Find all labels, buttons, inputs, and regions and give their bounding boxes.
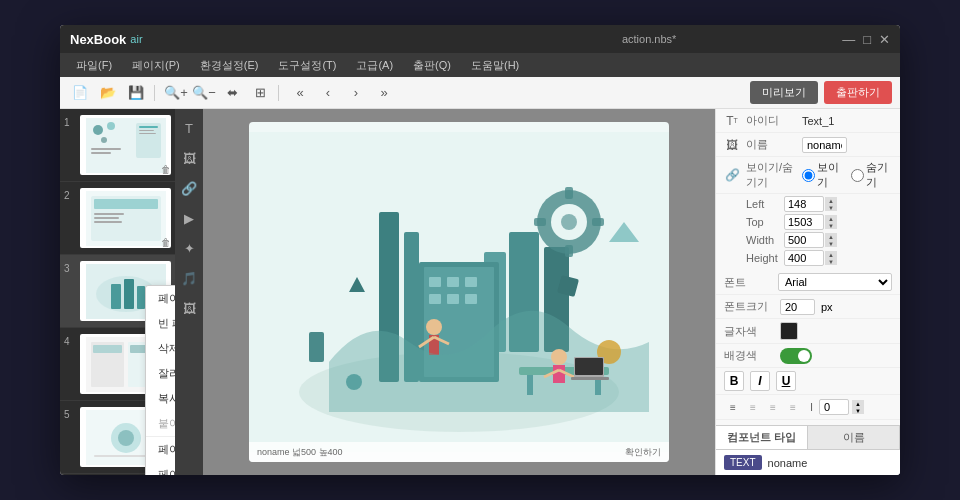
fit-width-button[interactable]: ⬌ <box>220 81 244 105</box>
ctx-delete[interactable]: 삭제하기 <box>146 336 175 361</box>
delete-page-1-icon[interactable]: 🗑 <box>161 164 171 175</box>
menu-tools[interactable]: 도구설정(T) <box>270 56 344 75</box>
publish-button[interactable]: 출판하기 <box>824 81 892 104</box>
top-input[interactable] <box>784 214 824 230</box>
link-tool-icon[interactable]: 🔗 <box>178 177 200 199</box>
embed-tool-icon[interactable]: 🖼 <box>178 297 200 319</box>
width-down-button[interactable]: ▼ <box>825 240 837 247</box>
name-input[interactable] <box>802 137 847 153</box>
zoom-out-button[interactable]: 🔍− <box>192 81 216 105</box>
ctx-replace[interactable]: 페이지 교체 <box>146 462 175 475</box>
component-tab: 컴포넌트 타입 이름 TEXT noname <box>716 425 900 475</box>
left-input[interactable] <box>784 196 824 212</box>
svg-point-28 <box>118 430 134 446</box>
menu-publish[interactable]: 출판(Q) <box>405 56 459 75</box>
page-item-3[interactable]: 3 페이지 추가 빈 페이지 추가 삭제하기 잘라내기 <box>60 255 175 328</box>
video-tool-icon[interactable]: ▶ <box>178 207 200 229</box>
fit-page-button[interactable]: ⊞ <box>248 81 272 105</box>
bold-button[interactable]: B <box>724 371 744 391</box>
page-item-1[interactable]: 1 🗑 <box>60 109 175 182</box>
zoom-in-button[interactable]: 🔍+ <box>164 81 188 105</box>
media-tool-icon[interactable]: 🎵 <box>178 267 200 289</box>
canvas-info-right: 확인하기 <box>625 446 661 459</box>
tab-component-type[interactable]: 컴포넌트 타입 <box>716 426 808 449</box>
right-panel: TT 아이디 Text_1 🖼 이름 🔗 보이기/숨기기 보이기 <box>715 109 900 475</box>
menu-advanced[interactable]: 고급(A) <box>348 56 401 75</box>
ctx-paste[interactable]: 붙여넣기 <box>146 411 175 436</box>
svg-rect-46 <box>447 294 459 304</box>
page-number-4: 4 <box>64 334 76 347</box>
ctx-cut[interactable]: 잘라내기 <box>146 361 175 386</box>
top-up-button[interactable]: ▲ <box>825 215 837 222</box>
next-button[interactable]: › <box>344 81 368 105</box>
svg-rect-13 <box>94 213 124 215</box>
page-item-2[interactable]: 2 🗑 <box>60 182 175 255</box>
id-value: Text_1 <box>802 115 892 127</box>
tab-name[interactable]: 이름 <box>808 426 900 449</box>
font-select[interactable]: Arial <box>778 273 892 291</box>
minimize-button[interactable]: — <box>842 32 855 47</box>
maximize-button[interactable]: □ <box>863 32 871 47</box>
svg-rect-44 <box>465 277 477 287</box>
image-tool-icon[interactable]: 🖼 <box>178 147 200 169</box>
width-up-button[interactable]: ▲ <box>825 233 837 240</box>
spacing-up-button[interactable]: ▲ <box>852 400 864 407</box>
svg-rect-76 <box>571 377 609 380</box>
underline-button[interactable]: U <box>776 371 796 391</box>
height-stepper: ▲ ▼ <box>825 251 837 265</box>
left-up-button[interactable]: ▲ <box>825 197 837 204</box>
page-number-3: 3 <box>64 261 76 274</box>
text-color-picker[interactable] <box>780 322 798 340</box>
animation-tool-icon[interactable]: ✦ <box>178 237 200 259</box>
close-button[interactable]: ✕ <box>879 32 890 47</box>
next-next-button[interactable]: » <box>372 81 396 105</box>
bg-color-toggle[interactable] <box>780 348 812 364</box>
align-center-button[interactable]: ≡ <box>744 398 762 416</box>
menu-help[interactable]: 도움말(H) <box>463 56 527 75</box>
text-tool-icon[interactable]: T <box>178 117 200 139</box>
top-down-button[interactable]: ▼ <box>825 222 837 229</box>
spacing-down-button[interactable]: ▼ <box>852 407 864 414</box>
ctx-copy[interactable]: 복사하기 <box>146 386 175 411</box>
align-left-button[interactable]: ≡ <box>724 398 742 416</box>
ctx-add-page[interactable]: 페이지 추가 <box>146 286 175 311</box>
bg-color-label: 배경색 <box>724 348 774 363</box>
preview-button[interactable]: 미리보기 <box>750 81 818 104</box>
main-content: 1 🗑 <box>60 109 900 475</box>
width-label: Width <box>746 234 784 246</box>
show-radio[interactable]: 보이기 <box>802 160 843 190</box>
font-size-row: 폰트크기 px <box>716 295 900 319</box>
svg-rect-20 <box>137 286 145 309</box>
component-row: TEXT noname <box>716 450 900 475</box>
svg-rect-19 <box>124 279 134 309</box>
delete-page-2-icon[interactable]: 🗑 <box>161 237 171 248</box>
component-name-value: noname <box>768 457 808 469</box>
svg-rect-68 <box>527 375 533 395</box>
ctx-split[interactable]: 페이지 좌우 분할 <box>146 436 175 462</box>
height-input[interactable] <box>784 250 824 266</box>
spacing-input[interactable] <box>819 399 849 415</box>
height-up-button[interactable]: ▲ <box>825 251 837 258</box>
menu-page[interactable]: 페이지(P) <box>124 56 188 75</box>
menu-settings[interactable]: 환경설정(E) <box>192 56 267 75</box>
svg-rect-15 <box>94 221 122 223</box>
tab-header: 컴포넌트 타입 이름 <box>716 426 900 450</box>
menu-file[interactable]: 파일(F) <box>68 56 120 75</box>
save-button[interactable]: 💾 <box>124 81 148 105</box>
font-size-input[interactable] <box>780 299 815 315</box>
prev-button[interactable]: ‹ <box>316 81 340 105</box>
open-button[interactable]: 📂 <box>96 81 120 105</box>
left-down-button[interactable]: ▼ <box>825 204 837 211</box>
hide-radio[interactable]: 숨기기 <box>851 160 892 190</box>
align-justify-button[interactable]: ≡ <box>784 398 802 416</box>
new-file-button[interactable]: 📄 <box>68 81 92 105</box>
svg-rect-7 <box>139 126 158 128</box>
align-right-button[interactable]: ≡ <box>764 398 782 416</box>
width-input[interactable] <box>784 232 824 248</box>
italic-button[interactable]: I <box>750 371 770 391</box>
width-pos-row: Width ▲ ▼ <box>746 232 892 248</box>
font-size-unit: px <box>821 301 833 313</box>
prev-prev-button[interactable]: « <box>288 81 312 105</box>
ctx-add-blank[interactable]: 빈 페이지 추가 <box>146 311 175 336</box>
height-down-button[interactable]: ▼ <box>825 258 837 265</box>
